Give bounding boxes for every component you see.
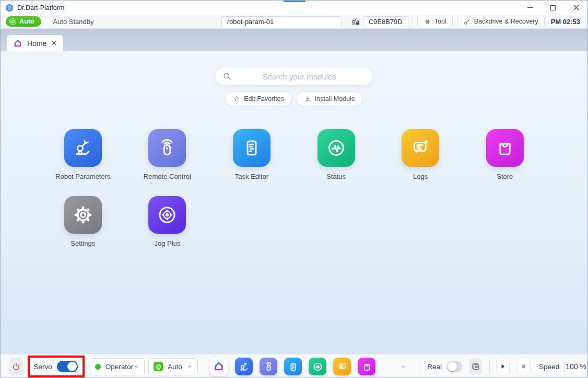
install-module-label: Install Module <box>315 95 355 102</box>
home-icon <box>13 39 22 48</box>
module-grid: Robot Parameters Remote Control <box>41 129 547 247</box>
taskbar-logs-icon[interactable] <box>333 358 351 375</box>
tool-button-label: Tool <box>434 18 446 25</box>
play-icon <box>499 363 507 370</box>
edit-favorites-button[interactable]: Edit Favorites <box>225 91 291 106</box>
module-status[interactable]: Status <box>294 129 379 180</box>
robot-status-text: Auto Standby <box>53 18 93 26</box>
chevron-up-icon <box>133 363 139 370</box>
maximize-icon <box>550 5 556 10</box>
servo-label: Servo <box>34 363 52 371</box>
user-role-value: Operator <box>105 363 133 371</box>
module-label: Task Editor <box>235 173 268 180</box>
tab-home[interactable]: Home <box>7 35 63 51</box>
module-jog-plus[interactable]: Jog Plus <box>125 196 210 247</box>
speed-value-box[interactable]: 100 % <box>565 359 587 374</box>
task-editor-icon <box>233 129 271 167</box>
user-role-dropdown[interactable]: Operator <box>90 358 145 375</box>
power-button[interactable] <box>9 358 23 375</box>
module-search-bar[interactable] <box>216 67 372 85</box>
module-settings[interactable]: Settings <box>41 196 125 247</box>
edit-favorites-label: Edit Favorites <box>244 95 284 102</box>
simulator-3d-icon: 3D <box>471 361 481 372</box>
at-icon: @ <box>9 18 16 25</box>
controller-serial-button[interactable]: C9E8B79D <box>363 16 408 27</box>
title-bar: Dr.Dart-Platform <box>1 1 587 15</box>
top-toolbar: @ Auto Auto Standby C9E8B79D Tool <box>1 15 587 29</box>
robot-mode-value: Auto <box>168 363 182 371</box>
backdrive-key-icon <box>463 18 471 26</box>
robot-lock-icon <box>350 16 361 27</box>
taskbar-collapse-chevron-icon[interactable] <box>401 363 406 371</box>
operator-status-dot <box>95 364 101 370</box>
servo-toggle[interactable] <box>57 361 78 372</box>
minimize-button[interactable] <box>519 1 542 15</box>
svg-text:3D: 3D <box>475 365 478 369</box>
servo-highlight-box: Servo <box>28 356 85 377</box>
auto-mode-badge-label: Auto <box>19 18 34 25</box>
controller-serial-value: C9E8B79D <box>369 18 403 26</box>
taskbar-home-icon[interactable] <box>209 357 228 376</box>
statusbar-divider <box>489 360 490 373</box>
search-input[interactable] <box>232 72 366 81</box>
module-label: Status <box>326 173 346 180</box>
minimize-icon <box>527 7 533 8</box>
module-label: Robot Parameters <box>55 173 111 180</box>
tab-home-label: Home <box>27 39 46 48</box>
taskbar-robot-parameters-icon[interactable] <box>235 358 253 375</box>
robot-name-input[interactable] <box>221 16 342 27</box>
real-toggle[interactable] <box>446 361 462 372</box>
home-content: Edit Favorites Install Module R <box>1 51 587 354</box>
window-controls <box>519 1 587 15</box>
clock-text: PM 02:53 <box>551 18 580 26</box>
remote-control-icon <box>148 129 186 167</box>
backdrive-recovery-label: Backdrive & Recovery <box>474 18 538 25</box>
install-module-button[interactable]: Install Module <box>296 91 363 106</box>
tool-button[interactable]: Tool <box>417 16 453 27</box>
gear-icon <box>424 18 431 26</box>
logs-icon <box>402 129 439 167</box>
download-icon <box>304 95 311 102</box>
module-taskbar <box>209 357 375 376</box>
speed-value: 100 % <box>566 362 586 371</box>
module-task-editor[interactable]: Task Editor <box>209 129 294 180</box>
chevron-up-icon <box>186 363 193 370</box>
module-label: Jog Plus <box>154 239 180 247</box>
stop-button[interactable] <box>517 358 531 375</box>
maximize-button[interactable] <box>542 1 565 15</box>
simulator-3d-button[interactable]: 3D <box>469 358 482 375</box>
module-label: Settings <box>70 239 95 247</box>
taskbar-store-icon[interactable] <box>358 358 375 375</box>
module-remote-control[interactable]: Remote Control <box>125 129 210 180</box>
backdrive-recovery-button[interactable]: Backdrive & Recovery <box>457 16 545 27</box>
statusbar-divider <box>420 360 420 373</box>
tab-close-icon[interactable] <box>51 40 57 46</box>
window-title: Dr.Dart-Platform <box>17 4 64 12</box>
close-icon <box>573 5 579 10</box>
module-actions-row: Edit Favorites Install Module <box>1 91 587 106</box>
search-icon <box>222 71 232 82</box>
taskbar-status-icon[interactable] <box>309 358 326 375</box>
robot-parameters-icon <box>64 129 102 167</box>
speed-label: Speed <box>539 363 559 371</box>
app-logo-icon <box>6 4 13 12</box>
taskbar-remote-control-icon[interactable] <box>260 358 277 375</box>
star-icon <box>233 95 240 102</box>
auto-mode-badge[interactable]: @ Auto <box>6 16 41 27</box>
store-icon <box>486 129 524 167</box>
module-logs[interactable]: Logs <box>378 129 463 180</box>
real-mode-label: Real <box>427 363 442 371</box>
auto-mode-mini-badge: @ <box>154 362 163 371</box>
module-label: Store <box>497 173 513 180</box>
taskbar-task-editor-icon[interactable] <box>284 358 302 375</box>
status-icon <box>317 129 355 167</box>
module-store[interactable]: Store <box>463 129 547 180</box>
robot-mode-dropdown[interactable]: @ Auto <box>148 358 198 375</box>
play-button[interactable] <box>496 358 510 375</box>
module-robot-parameters[interactable]: Robot Parameters <box>41 129 125 180</box>
power-icon <box>11 362 21 371</box>
stop-icon <box>520 363 527 370</box>
close-button[interactable] <box>565 1 587 15</box>
real-toggle-knob <box>448 362 457 371</box>
module-label: Logs <box>413 173 428 180</box>
